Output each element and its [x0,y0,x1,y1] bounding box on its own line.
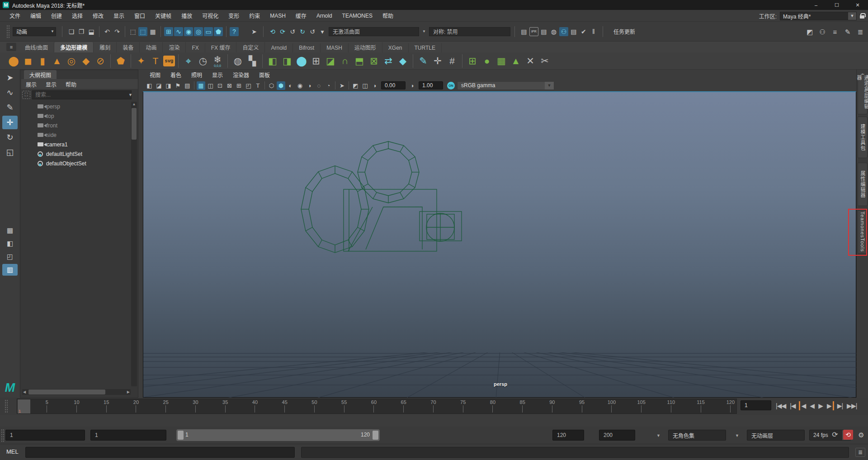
append-polygon-icon[interactable]: ⊞ [466,54,479,68]
shelf-tab[interactable]: FX [186,43,205,52]
outliner-list-item[interactable]: defaultLightSet [21,149,132,159]
help-highlighted-icon[interactable]: ? [230,27,239,36]
shelf-tab[interactable]: 运动图形 [349,42,382,52]
image-plane-icon[interactable]: ▤ [183,81,192,90]
select-tool[interactable]: ➤ [2,71,18,84]
poly-cube-icon[interactable]: ◼ [21,54,35,68]
range-slider[interactable]: 1 120 [176,429,380,441]
search-filter-icon[interactable]: ⛶ [22,91,30,99]
range-end-handle[interactable] [373,431,378,440]
outliner-list-item[interactable]: side [21,130,132,140]
rotate-tool[interactable]: ↻ [2,131,18,144]
snap-to-grids-icon[interactable]: ⊞ [164,27,173,36]
tool-settings-toggle-icon[interactable]: ≡ [830,27,840,36]
redo-history-icon[interactable]: ⟳ [278,27,287,36]
time-slider-grip[interactable] [5,399,8,413]
film-gate-icon[interactable]: ◫ [206,81,215,90]
menu-item[interactable]: 关键帧 [150,10,176,22]
task-update-button[interactable]: 任务更新 [613,28,635,35]
camera-attributes-icon[interactable]: ◨ [164,81,173,90]
step-forward-key-button[interactable]: ▶ [826,401,834,410]
outliner-list-item[interactable]: top [21,111,132,121]
connect-icon[interactable]: ✛ [431,54,444,68]
side-tab[interactable]: 属性编辑器 [858,163,868,206]
shelf-tab[interactable]: 自定义 [236,42,265,52]
super-shape-icon[interactable]: ✦ [134,54,148,68]
move-tool[interactable]: ✛ [2,116,18,129]
step-forward-frame-button[interactable]: ▶| [836,401,844,410]
menu-item[interactable]: 播放 [176,10,197,22]
outliner-list-item[interactable]: camera1 [21,140,132,149]
viewport-menu-item[interactable]: 视图 [145,69,165,80]
poly-type-icon[interactable]: T [149,54,162,68]
scrollbar-thumb[interactable] [132,108,137,140]
modeling-toolkit-toggle-icon[interactable]: ◩ [805,27,814,36]
current-frame-indicator[interactable]: 1 [18,399,30,413]
script-editor-icon[interactable]: ≣ [855,448,865,457]
boolean-icon[interactable]: ⊠ [367,54,381,68]
mel-input[interactable] [25,447,295,458]
search-input[interactable] [32,90,132,99]
lock-selection-icon[interactable] [240,27,249,36]
viewport-menu-item[interactable]: 着色 [165,69,186,80]
divide-icon[interactable]: ⊞ [309,54,323,68]
workspace-lock-icon[interactable] [860,13,864,19]
snap-to-curves-icon[interactable]: ∿ [174,27,183,36]
auto-keyframe-button[interactable]: ⟲ [843,430,853,440]
outliner-list-item[interactable]: front [21,121,132,130]
shelf-tab[interactable]: TURTLE [409,43,442,52]
outliner-menu-item[interactable]: 显示 [41,80,61,89]
open-scene-icon[interactable]: ❐ [77,27,86,36]
bevel-icon[interactable]: ◪ [324,54,337,68]
playback-start-field[interactable]: 1 [90,430,166,441]
use-all-lights-icon[interactable]: ◉ [296,81,304,90]
insert-edge-loop-icon[interactable]: # [445,54,459,68]
snap-to-projected-center-icon[interactable]: ◎ [194,27,203,36]
play-forwards-button[interactable]: ▶ [817,401,824,410]
character-controls-toggle-icon[interactable]: ⚇ [818,27,827,36]
close-button[interactable]: ✕ [847,0,868,10]
smooth-shade-icon[interactable]: ⬢ [277,81,285,90]
chevron-down-icon[interactable]: ▼ [422,29,426,33]
shelf-tab[interactable]: FX 缓存 [205,42,237,52]
menu-item[interactable]: MASH [265,10,291,22]
step-back-frame-button[interactable]: |◀ [789,401,796,410]
save-scene-icon[interactable]: ⬓ [87,27,96,36]
step-back-key-button[interactable]: ◀ [799,401,807,410]
workspace-select[interactable]: Maya 经典* ▼ [780,12,857,20]
menu-item[interactable]: 创建 [46,10,67,22]
quadrangulate-icon[interactable]: ▦ [495,54,508,68]
crease-icon[interactable]: ◆ [396,54,410,68]
shelf-tab[interactable]: 雕刻 [94,42,117,52]
outliner-menu-item[interactable]: 展示 [21,80,41,89]
menu-item[interactable]: 选择 [67,10,88,22]
resolution-gate-icon[interactable]: ⊡ [216,81,224,90]
smooth-icon[interactable]: ⬤ [295,54,308,68]
isolate-select-icon[interactable]: ➤ [338,81,346,90]
menu-item[interactable]: Arnold [311,10,337,22]
viewport-canvas[interactable]: persp [143,91,856,398]
shelf-menu-icon[interactable]: ≡ [6,43,16,51]
sculpt-icon[interactable]: ● [480,54,494,68]
construction-plane-icon[interactable]: ⌖ [182,54,195,68]
paint-select-tool[interactable]: ✎ [2,101,18,114]
mel-label[interactable]: MEL [6,448,19,455]
construction-history-icon[interactable]: ⟲ [268,27,277,36]
outliner-menu-item[interactable]: 帮助 [61,80,81,89]
outliner-horizontal-scrollbar[interactable]: ◀ ▶ [22,389,131,395]
snap-to-points-icon[interactable]: ◉ [184,27,193,36]
history-dropdown-arrow[interactable]: ▾ [318,27,327,36]
play-backwards-button[interactable]: ◀ [809,401,815,410]
select-camera-icon[interactable]: ◧ [145,81,154,90]
pause-viewport-icon[interactable]: ‖ [589,27,598,36]
outliner-list-item[interactable]: defaultObjectSet [21,159,132,168]
exposure-field[interactable]: 0.00 [381,81,406,89]
menu-item[interactable]: 编辑 [25,10,46,22]
svg-tool-icon[interactable]: svg [163,56,175,66]
layout-four-pane[interactable]: ◧ [2,238,18,249]
scene-time-icon[interactable]: ◷ [196,54,210,68]
highlight-selection-icon[interactable]: ➤ [250,27,259,36]
time-ruler[interactable]: 1 51015202530354045505560657075808590951… [17,399,737,414]
gate-mask-icon[interactable]: ⊠ [225,81,234,90]
menu-item[interactable]: TEAMONES [337,10,377,22]
